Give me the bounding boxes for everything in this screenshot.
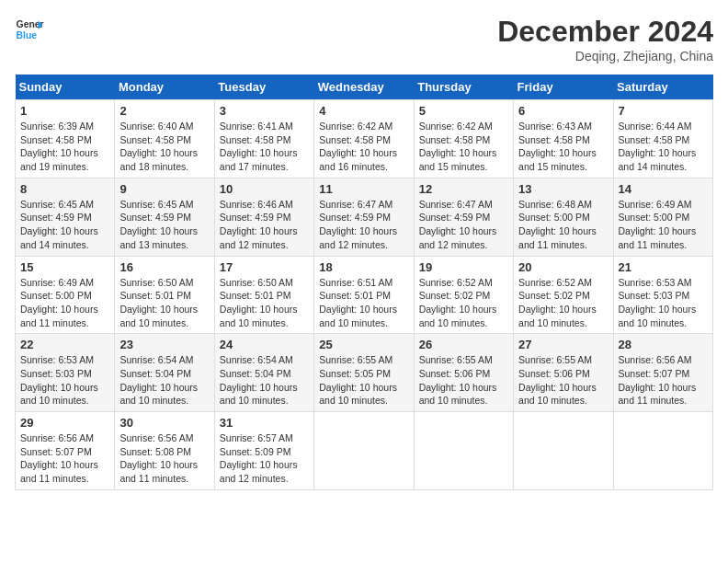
calendar-week-4: 22Sunrise: 6:53 AM Sunset: 5:03 PM Dayli… (16, 334, 713, 412)
day-number: 25 (319, 338, 408, 351)
location: Deqing, Zhejiang, China (497, 49, 713, 63)
calendar-cell: 27Sunrise: 6:55 AM Sunset: 5:06 PM Dayli… (514, 334, 613, 412)
calendar-cell: 12Sunrise: 6:47 AM Sunset: 4:59 PM Dayli… (414, 178, 513, 256)
page-header: General Blue December 2024 Deqing, Zheji… (15, 15, 713, 63)
day-number: 16 (119, 260, 209, 274)
calendar-cell: 25Sunrise: 6:55 AM Sunset: 5:05 PM Dayli… (314, 334, 414, 412)
day-number: 4 (319, 104, 408, 118)
day-number: 14 (619, 182, 708, 196)
day-number: 22 (20, 338, 109, 351)
day-info: Sunrise: 6:41 AM Sunset: 4:58 PM Dayligh… (220, 120, 309, 174)
day-number: 7 (619, 104, 708, 118)
calendar-cell: 26Sunrise: 6:55 AM Sunset: 5:06 PM Dayli… (414, 334, 513, 412)
day-number: 12 (419, 182, 508, 196)
day-info: Sunrise: 6:55 AM Sunset: 5:06 PM Dayligh… (419, 353, 508, 408)
day-number: 19 (419, 260, 508, 274)
day-info: Sunrise: 6:54 AM Sunset: 5:04 PM Dayligh… (119, 353, 209, 408)
calendar-cell: 17Sunrise: 6:50 AM Sunset: 5:01 PM Dayli… (214, 256, 313, 334)
day-number: 10 (220, 182, 309, 196)
calendar-cell: 28Sunrise: 6:56 AM Sunset: 5:07 PM Dayli… (613, 334, 712, 412)
day-info: Sunrise: 6:49 AM Sunset: 5:00 PM Dayligh… (619, 198, 708, 252)
calendar-cell: 11Sunrise: 6:47 AM Sunset: 4:59 PM Dayli… (314, 178, 414, 256)
calendar-cell: 2Sunrise: 6:40 AM Sunset: 4:58 PM Daylig… (115, 100, 214, 178)
day-number: 30 (119, 416, 209, 430)
day-info: Sunrise: 6:43 AM Sunset: 4:58 PM Dayligh… (518, 120, 608, 174)
weekday-header-tuesday: Tuesday (214, 75, 313, 100)
calendar-cell: 31Sunrise: 6:57 AM Sunset: 5:09 PM Dayli… (214, 412, 313, 490)
day-number: 15 (20, 260, 109, 274)
calendar-cell (414, 412, 513, 490)
calendar-cell: 9Sunrise: 6:45 AM Sunset: 4:59 PM Daylig… (115, 178, 214, 256)
day-info: Sunrise: 6:47 AM Sunset: 4:59 PM Dayligh… (319, 198, 408, 252)
calendar-cell: 24Sunrise: 6:54 AM Sunset: 5:04 PM Dayli… (214, 334, 313, 412)
calendar-cell: 13Sunrise: 6:48 AM Sunset: 5:00 PM Dayli… (514, 178, 613, 256)
calendar-cell: 23Sunrise: 6:54 AM Sunset: 5:04 PM Dayli… (115, 334, 214, 412)
day-info: Sunrise: 6:56 AM Sunset: 5:07 PM Dayligh… (20, 431, 109, 486)
day-number: 13 (518, 182, 608, 196)
day-number: 27 (518, 338, 608, 351)
day-number: 2 (119, 104, 209, 118)
day-number: 1 (20, 104, 109, 118)
day-info: Sunrise: 6:46 AM Sunset: 4:59 PM Dayligh… (220, 198, 309, 252)
calendar-cell (514, 412, 613, 490)
day-number: 18 (319, 260, 408, 274)
svg-text:Blue: Blue (17, 30, 38, 40)
calendar-cell: 7Sunrise: 6:44 AM Sunset: 4:58 PM Daylig… (613, 100, 712, 178)
calendar-table: SundayMondayTuesdayWednesdayThursdayFrid… (15, 75, 713, 490)
calendar-cell: 8Sunrise: 6:45 AM Sunset: 4:59 PM Daylig… (16, 178, 115, 256)
weekday-header-thursday: Thursday (414, 75, 513, 100)
calendar-cell: 4Sunrise: 6:42 AM Sunset: 4:58 PM Daylig… (314, 100, 414, 178)
day-info: Sunrise: 6:49 AM Sunset: 5:00 PM Dayligh… (20, 276, 109, 330)
calendar-cell: 30Sunrise: 6:56 AM Sunset: 5:08 PM Dayli… (115, 412, 214, 490)
calendar-week-1: 1Sunrise: 6:39 AM Sunset: 4:58 PM Daylig… (16, 100, 713, 178)
weekday-header-wednesday: Wednesday (314, 75, 414, 100)
day-info: Sunrise: 6:56 AM Sunset: 5:07 PM Dayligh… (619, 353, 708, 408)
day-number: 9 (119, 182, 209, 196)
day-info: Sunrise: 6:55 AM Sunset: 5:06 PM Dayligh… (518, 353, 608, 408)
calendar-cell (613, 412, 712, 490)
weekday-header-friday: Friday (514, 75, 613, 100)
calendar-cell: 29Sunrise: 6:56 AM Sunset: 5:07 PM Dayli… (16, 412, 115, 490)
day-info: Sunrise: 6:53 AM Sunset: 5:03 PM Dayligh… (619, 276, 708, 330)
calendar-cell: 6Sunrise: 6:43 AM Sunset: 4:58 PM Daylig… (514, 100, 613, 178)
calendar-cell: 10Sunrise: 6:46 AM Sunset: 4:59 PM Dayli… (214, 178, 313, 256)
title-block: December 2024 Deqing, Zhejiang, China (497, 15, 713, 63)
day-info: Sunrise: 6:52 AM Sunset: 5:02 PM Dayligh… (518, 276, 608, 330)
day-info: Sunrise: 6:50 AM Sunset: 5:01 PM Dayligh… (220, 276, 309, 330)
day-info: Sunrise: 6:50 AM Sunset: 5:01 PM Dayligh… (119, 276, 209, 330)
calendar-week-5: 29Sunrise: 6:56 AM Sunset: 5:07 PM Dayli… (16, 412, 713, 490)
calendar-cell: 1Sunrise: 6:39 AM Sunset: 4:58 PM Daylig… (16, 100, 115, 178)
day-number: 3 (220, 104, 309, 118)
day-info: Sunrise: 6:42 AM Sunset: 4:58 PM Dayligh… (319, 120, 408, 174)
day-info: Sunrise: 6:54 AM Sunset: 5:04 PM Dayligh… (220, 353, 309, 408)
calendar-cell: 19Sunrise: 6:52 AM Sunset: 5:02 PM Dayli… (414, 256, 513, 334)
weekday-header-row: SundayMondayTuesdayWednesdayThursdayFrid… (16, 75, 713, 100)
day-info: Sunrise: 6:55 AM Sunset: 5:05 PM Dayligh… (319, 353, 408, 408)
day-number: 26 (419, 338, 508, 351)
calendar-cell: 15Sunrise: 6:49 AM Sunset: 5:00 PM Dayli… (16, 256, 115, 334)
calendar-week-3: 15Sunrise: 6:49 AM Sunset: 5:00 PM Dayli… (16, 256, 713, 334)
day-info: Sunrise: 6:53 AM Sunset: 5:03 PM Dayligh… (20, 353, 109, 408)
day-info: Sunrise: 6:51 AM Sunset: 5:01 PM Dayligh… (319, 276, 408, 330)
day-number: 24 (220, 338, 309, 351)
logo: General Blue (15, 15, 44, 44)
day-info: Sunrise: 6:42 AM Sunset: 4:58 PM Dayligh… (419, 120, 508, 174)
day-info: Sunrise: 6:44 AM Sunset: 4:58 PM Dayligh… (619, 120, 708, 174)
weekday-header-sunday: Sunday (16, 75, 115, 100)
calendar-body: 1Sunrise: 6:39 AM Sunset: 4:58 PM Daylig… (16, 100, 713, 490)
day-info: Sunrise: 6:40 AM Sunset: 4:58 PM Dayligh… (119, 120, 209, 174)
calendar-cell: 21Sunrise: 6:53 AM Sunset: 5:03 PM Dayli… (613, 256, 712, 334)
day-number: 8 (20, 182, 109, 196)
calendar-cell (314, 412, 414, 490)
calendar-cell: 14Sunrise: 6:49 AM Sunset: 5:00 PM Dayli… (613, 178, 712, 256)
calendar-cell: 3Sunrise: 6:41 AM Sunset: 4:58 PM Daylig… (214, 100, 313, 178)
day-info: Sunrise: 6:45 AM Sunset: 4:59 PM Dayligh… (119, 198, 209, 252)
weekday-header-saturday: Saturday (613, 75, 712, 100)
day-info: Sunrise: 6:47 AM Sunset: 4:59 PM Dayligh… (419, 198, 508, 252)
logo-icon: General Blue (15, 15, 44, 44)
day-info: Sunrise: 6:52 AM Sunset: 5:02 PM Dayligh… (419, 276, 508, 330)
calendar-cell: 5Sunrise: 6:42 AM Sunset: 4:58 PM Daylig… (414, 100, 513, 178)
calendar-cell: 22Sunrise: 6:53 AM Sunset: 5:03 PM Dayli… (16, 334, 115, 412)
day-number: 23 (119, 338, 209, 351)
day-info: Sunrise: 6:56 AM Sunset: 5:08 PM Dayligh… (119, 431, 209, 486)
